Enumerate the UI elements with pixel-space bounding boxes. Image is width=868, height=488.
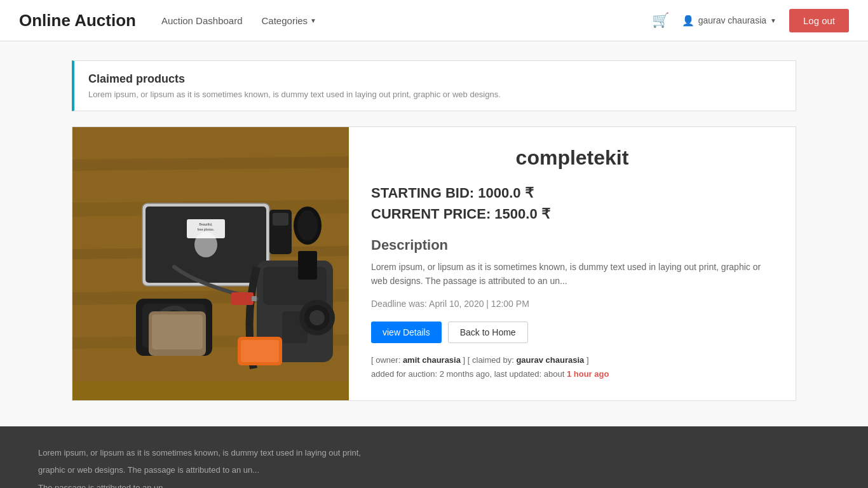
svg-point-31: [309, 310, 325, 325]
footer-line-3: The passage is attributed to an un...: [38, 480, 830, 488]
brand-logo[interactable]: Online Auction: [19, 11, 136, 30]
logout-button[interactable]: Log out: [789, 9, 849, 32]
chevron-down-icon: ▼: [310, 17, 316, 24]
nav-auction-dashboard[interactable]: Auction Dashboard: [161, 15, 243, 26]
svg-point-33: [297, 210, 318, 241]
svg-text:free photos.: free photos.: [198, 227, 214, 231]
meta-info: [ owner: amit chaurasia ] [ claimed by: …: [371, 353, 773, 381]
claimed-name: gaurav chaurasia: [516, 355, 584, 365]
svg-rect-25: [241, 340, 279, 362]
section-subtitle: Lorem ipsum, or lipsum as it is sometime…: [88, 90, 782, 99]
added-label: added for auction: 2 months ago, last up…: [371, 369, 564, 379]
claimed-label: claimed by:: [472, 355, 514, 365]
section-header: Claimed products Lorem ipsum, or lipsum …: [72, 60, 796, 111]
deadline-text: Deadline was: April 10, 2020 | 12:00 PM: [371, 299, 773, 309]
bid-info: STARTING BID: 1000.0 ₹ CURRENT PRICE: 15…: [371, 182, 773, 224]
product-image: Beautiful, free photos. Canon: [72, 127, 349, 400]
svg-rect-23: [152, 315, 203, 349]
back-to-home-button[interactable]: Back to Home: [448, 322, 528, 343]
svg-rect-28: [298, 251, 317, 280]
current-price: CURRENT PRICE: 1500.0 ₹: [371, 203, 773, 224]
navbar: Online Auction Auction Dashboard Categor…: [0, 0, 868, 41]
user-chevron-icon: ▼: [770, 17, 776, 24]
user-icon: 👤: [682, 15, 695, 27]
footer-line-1: Lorem ipsum, or lipsum as it is sometime…: [38, 445, 830, 460]
action-buttons: view Details Back to Home: [371, 322, 773, 343]
svg-line-1: [72, 162, 349, 165]
owner-info: [ owner: amit chaurasia ] [ claimed by: …: [371, 353, 773, 367]
view-details-button[interactable]: view Details: [371, 322, 442, 343]
product-card: Beautiful, free photos. Canon: [72, 126, 796, 401]
user-name: gaurav chaurasia: [698, 15, 766, 25]
product-image-placeholder: Beautiful, free photos. Canon: [72, 127, 349, 381]
footer-line-2: graphic or web designs. The passage is a…: [38, 463, 830, 477]
svg-rect-35: [252, 296, 257, 301]
product-info: completekit STARTING BID: 1000.0 ₹ CURRE…: [349, 127, 796, 400]
description-heading: Description: [371, 237, 773, 254]
nav-categories[interactable]: Categories ▼: [262, 15, 316, 26]
svg-rect-27: [273, 213, 288, 226]
user-menu[interactable]: 👤 gaurav chaurasia ▼: [682, 15, 776, 27]
categories-label: Categories: [262, 15, 308, 26]
owner-name: amit chaurasia: [403, 355, 461, 365]
description-text: Lorem ipsum, or lipsum as it is sometime…: [371, 260, 773, 288]
cart-icon[interactable]: 🛒: [652, 12, 669, 29]
svg-rect-34: [231, 292, 254, 305]
main-content: Claimed products Lorem ipsum, or lipsum …: [53, 60, 815, 401]
section-title: Claimed products: [88, 72, 782, 86]
updated-highlight: 1 hour ago: [567, 369, 609, 379]
nav-links: Auction Dashboard Categories ▼: [161, 15, 652, 26]
nav-right: 🛒 👤 gaurav chaurasia ▼ Log out: [652, 9, 849, 32]
starting-bid: STARTING BID: 1000.0 ₹: [371, 182, 773, 203]
product-name: completekit: [371, 146, 773, 170]
footer: Lorem ipsum, or lipsum as it is sometime…: [0, 426, 868, 488]
owner-label: owner:: [376, 355, 400, 365]
svg-text:Beautiful,: Beautiful,: [200, 222, 213, 226]
added-info: added for auction: 2 months ago, last up…: [371, 367, 773, 381]
